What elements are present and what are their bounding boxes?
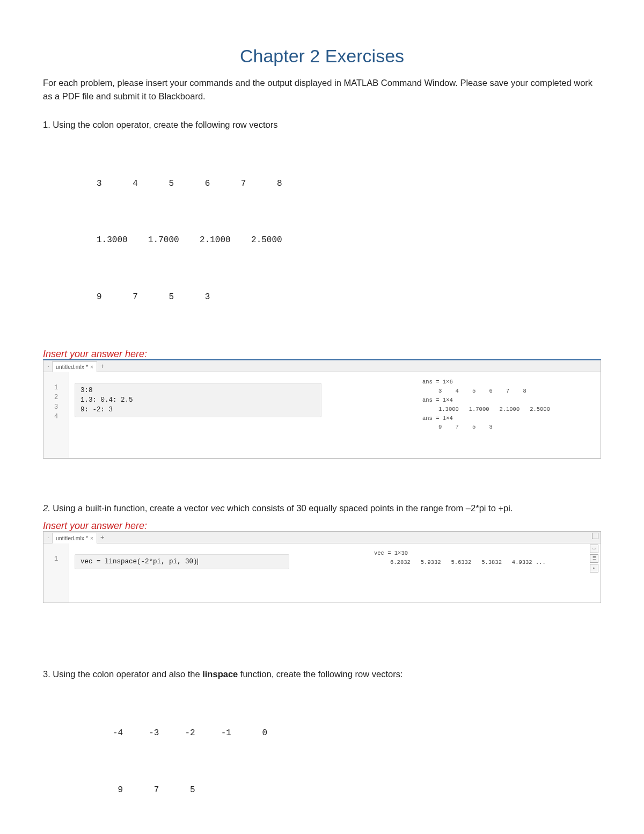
editor-tab[interactable]: untitled.mlx * ×	[52, 361, 97, 372]
new-tab-button[interactable]: +	[100, 362, 105, 370]
matlab-editor-1: - untitled.mlx * × + 1 2 3 4 3:8 1.3: 0.…	[43, 359, 601, 459]
code-box[interactable]: vec = linspace(-2*pi, pi, 30)	[75, 554, 289, 569]
new-tab-button[interactable]: +	[100, 533, 105, 541]
answer-prompt-1: Insert your answer here:	[43, 349, 601, 360]
tab-label: untitled.mlx *	[56, 364, 88, 370]
line-gutter: 1 2 3 4	[43, 372, 69, 458]
minimize-icon[interactable]: -	[46, 364, 51, 369]
output-header: ans = 1×6	[422, 378, 596, 387]
editor-tab[interactable]: untitled.mlx * ×	[52, 533, 97, 543]
problem-1-text: 1. Using the colon operator, create the …	[43, 118, 601, 132]
tab-bar: - untitled.mlx * × +	[43, 532, 601, 543]
code-area[interactable]: vec = linspace(-2*pi, pi, 30)	[69, 543, 370, 603]
output-area: ans = 1×6 3 4 5 6 7 8 ans = 1×4 1.3000 1…	[418, 372, 601, 458]
code-box[interactable]: 3:8 1.3: 0.4: 2.5 9: -2: 3	[75, 383, 321, 417]
view-icon[interactable]: ▭	[590, 545, 598, 553]
output-area: vec = 1×30 6.2832 5.9332 5.6332 5.3832 4…	[370, 543, 601, 603]
code-area[interactable]: 3:8 1.3: 0.4: 2.5 9: -2: 3	[69, 372, 418, 458]
close-icon[interactable]: ×	[90, 535, 93, 541]
problem-3-vectors: -4 -3 -2 -1 0 9 7 5 4 6 8	[113, 686, 601, 834]
matlab-editor-2: - untitled.mlx * × + 1 vec = linspace(-2…	[43, 531, 601, 603]
tab-bar: - untitled.mlx * × +	[43, 360, 601, 372]
tab-label: untitled.mlx *	[56, 535, 88, 541]
close-icon[interactable]: ×	[90, 364, 93, 370]
list-icon[interactable]: ☰	[590, 554, 598, 563]
expand-icon[interactable]: ▸	[590, 564, 598, 572]
minimize-icon[interactable]: -	[46, 535, 51, 540]
problem-2-text: 2. Using a built-in function, create a v…	[43, 502, 601, 515]
problem-3-text: 3. Using the colon operator and also the…	[43, 668, 601, 681]
answer-prompt-2: Insert your answer here:	[43, 520, 601, 532]
problem-1-vectors: 3 4 5 6 7 8 1.3000 1.7000 2.1000 2.5000 …	[97, 136, 601, 344]
intro-text: For each problem, please insert your com…	[43, 76, 601, 103]
line-gutter: 1	[43, 543, 69, 603]
page-title: Chapter 2 Exercises	[43, 46, 601, 67]
window-control-icon[interactable]	[592, 533, 598, 539]
output-toolbar: ▭ ☰ ▸	[590, 545, 599, 572]
